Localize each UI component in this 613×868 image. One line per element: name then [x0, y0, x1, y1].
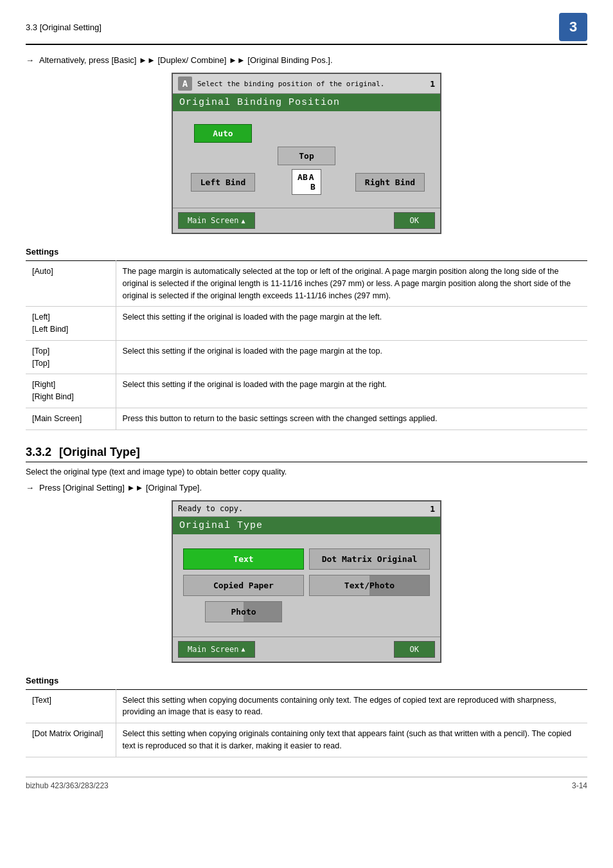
main-screen-button-2[interactable]: Main Screen ▲: [178, 641, 255, 658]
settings-value: Press this button to return to the basic…: [116, 408, 587, 429]
screen2-ready-text: Ready to copy.: [178, 504, 243, 513]
table-row: [Dot Matrix Original]Select this setting…: [26, 723, 587, 757]
arrow-bullet-2-text: Press [Original Setting] ►► [Original Ty…: [39, 483, 202, 493]
subsection-332-num: 3.3.2: [26, 446, 51, 459]
right-bind-button[interactable]: Right Bind: [355, 173, 425, 192]
photo-button[interactable]: Photo: [205, 601, 282, 622]
ok-button-1[interactable]: OK: [394, 212, 435, 229]
section-number: 3.3 [Original Setting]: [26, 23, 102, 32]
screen1-page-num: 1: [430, 79, 435, 89]
footer-right: 3-14: [572, 781, 587, 790]
subsection-332-title: [Original Type]: [59, 446, 140, 459]
photo-button-wrapper: Photo: [183, 601, 304, 622]
top-button[interactable]: Top: [278, 147, 335, 165]
settings-key: [Auto]: [26, 261, 116, 307]
table-row: [Left] [Left Bind]Select this setting if…: [26, 307, 587, 341]
screen2-footer: Main Screen ▲ OK: [173, 637, 440, 662]
settings-value: The page margin is automatically selecte…: [116, 261, 587, 307]
screen1-footer: Main Screen ▲ OK: [173, 208, 440, 233]
table-row: [Right] [Right Bind]Select this setting …: [26, 374, 587, 408]
settings-value: Select this setting if the original is l…: [116, 340, 587, 374]
settings-label-1: Settings: [26, 247, 587, 257]
screen2-title: Original Type: [173, 517, 440, 534]
footer-left: bizhub 423/363/283/223: [26, 781, 109, 790]
settings-value: Select this setting if the original is l…: [116, 374, 587, 408]
settings-key: [Main Screen]: [26, 408, 116, 429]
copier-screen-2: Ready to copy. 1 Original Type Text Dot …: [172, 500, 441, 663]
table-row: [Main Screen]Press this button to return…: [26, 408, 587, 429]
table-row: [Top] [Top]Select this setting if the or…: [26, 340, 587, 374]
screen1-body: Auto Top Left Bind ABA B: [173, 111, 440, 208]
screen1-title: Original Binding Position: [173, 94, 440, 111]
settings-key: [Left] [Left Bind]: [26, 307, 116, 341]
ok-button-2[interactable]: OK: [394, 641, 435, 658]
auto-button[interactable]: Auto: [194, 124, 252, 143]
settings-section-1: Settings [Auto]The page margin is automa…: [26, 247, 587, 430]
ot-grid: Text Dot Matrix Original Copied Paper Te…: [183, 542, 430, 629]
copied-paper-button-wrapper: Copied Paper: [183, 575, 304, 596]
table-row: [Auto]The page margin is automatically s…: [26, 261, 587, 307]
screen2-body: Text Dot Matrix Original Copied Paper Te…: [173, 534, 440, 637]
settings-value: Select this setting if the original is l…: [116, 307, 587, 341]
text-button[interactable]: Text: [183, 548, 304, 570]
settings-table-1: [Auto]The page margin is automatically s…: [26, 260, 587, 430]
settings-label-2: Settings: [26, 676, 587, 685]
ab-icon: ABA B: [292, 169, 321, 195]
screen1-top-text: Select the binding position of the origi…: [197, 80, 384, 88]
subsection-332-desc: Select the original type (text and image…: [26, 467, 587, 476]
arrow-bullet-2: Press [Original Setting] ►► [Original Ty…: [26, 483, 587, 493]
subsection-332-heading: 3.3.2 [Original Type]: [26, 446, 587, 462]
settings-table-2: [Text]Select this setting when copying d…: [26, 689, 587, 757]
text-button-wrapper: Text: [183, 548, 304, 570]
settings-key: [Right] [Right Bind]: [26, 374, 116, 408]
settings-section-2: Settings [Text]Select this setting when …: [26, 676, 587, 757]
text-photo-button-wrapper: Text/Photo: [309, 575, 430, 596]
left-bind-button[interactable]: Left Bind: [191, 173, 255, 192]
screen1-icon: A: [178, 77, 192, 91]
page-header: 3.3 [Original Setting] 3: [26, 13, 587, 45]
bind-grid: Auto Top Left Bind ABA B: [183, 119, 430, 200]
dot-matrix-button-wrapper: Dot Matrix Original: [309, 548, 430, 570]
screen1-wrapper: A Select the binding position of the ori…: [26, 73, 587, 234]
copied-paper-button[interactable]: Copied Paper: [183, 575, 304, 596]
settings-key: [Dot Matrix Original]: [26, 723, 116, 757]
dot-matrix-button[interactable]: Dot Matrix Original: [309, 548, 430, 570]
arrow-bullet-1: Alternatively, press [Basic] ►► [Duplex/…: [26, 55, 587, 65]
screen2-wrapper: Ready to copy. 1 Original Type Text Dot …: [26, 500, 587, 663]
screen1-top-bar: A Select the binding position of the ori…: [173, 74, 440, 94]
screen2-ready-bar: Ready to copy. 1: [173, 502, 440, 517]
settings-value: Select this setting when copying documen…: [116, 689, 587, 723]
settings-value: Select this setting when copying origina…: [116, 723, 587, 757]
screen2-page-num: 1: [430, 504, 435, 514]
settings-key: [Top] [Top]: [26, 340, 116, 374]
page-footer: bizhub 423/363/283/223 3-14: [26, 777, 587, 790]
copier-screen-1: A Select the binding position of the ori…: [172, 73, 441, 234]
main-screen-button-1[interactable]: Main Screen ▲: [178, 212, 255, 229]
table-row: [Text]Select this setting when copying d…: [26, 689, 587, 723]
text-photo-button[interactable]: Text/Photo: [309, 575, 430, 596]
settings-key: [Text]: [26, 689, 116, 723]
arrow-bullet-1-text: Alternatively, press [Basic] ►► [Duplex/…: [39, 55, 333, 65]
chapter-badge: 3: [559, 13, 587, 41]
